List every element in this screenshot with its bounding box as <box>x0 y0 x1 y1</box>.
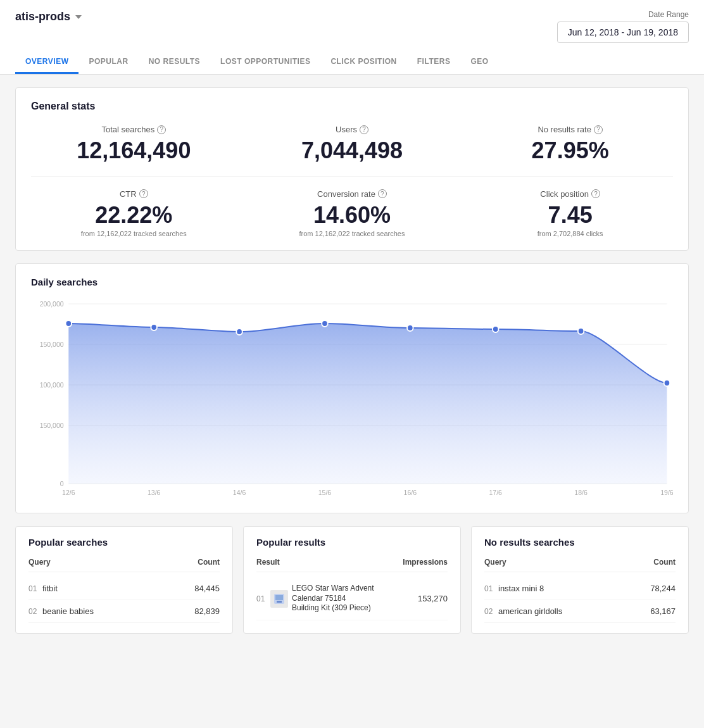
no-results-count-1: 78,244 <box>650 584 676 593</box>
popular-searches-col-count: Count <box>198 558 220 567</box>
stat-users: Users ? 7,044,498 <box>249 125 455 163</box>
svg-rect-20 <box>277 601 282 603</box>
popular-searches-title: Popular searches <box>28 537 220 548</box>
stat-no-results-rate-label: No results rate ? <box>467 125 673 134</box>
popular-results-impressions-1: 153,270 <box>418 594 448 603</box>
no-results-col-query: Query <box>484 558 506 567</box>
click-position-help-icon[interactable]: ? <box>591 189 600 198</box>
stat-click-position: Click position ? 7.45 from 2,702,884 cli… <box>467 189 673 238</box>
header: atis-prods Date Range Jun 12, 2018 - Jun… <box>0 0 704 75</box>
general-stats-card: General stats Total searches ? 12,164,49… <box>15 87 689 251</box>
no-results-rate-help-icon[interactable]: ? <box>594 125 603 134</box>
general-stats-title: General stats <box>31 101 673 112</box>
stat-total-searches: Total searches ? 12,164,490 <box>31 125 237 163</box>
stat-conversion-rate-sub: from 12,162,022 tracked searches <box>249 230 455 237</box>
chart-container: 200,000 150,000 100,000 150,000 0 <box>31 298 673 500</box>
popular-results-name-1: LEGO Star Wars Advent Calendar 75184 Bui… <box>292 584 374 613</box>
popular-searches-col-query: Query <box>28 558 51 567</box>
stat-ctr-value: 22.22% <box>31 203 237 228</box>
chart-dot-3 <box>322 320 328 327</box>
svg-text:15/6: 15/6 <box>318 489 331 496</box>
date-range-label: Date Range <box>557 10 689 19</box>
app-title[interactable]: atis-prods <box>15 10 82 23</box>
chart-svg: 200,000 150,000 100,000 150,000 0 <box>31 298 673 500</box>
popular-searches-query-2: beanie babies <box>42 606 94 616</box>
chart-dot-1 <box>151 324 157 330</box>
no-results-rank-2: 02 <box>484 607 494 616</box>
no-results-col-count: Count <box>653 558 676 567</box>
tab-geo[interactable]: GEO <box>460 51 498 74</box>
svg-text:100,000: 100,000 <box>40 381 64 389</box>
nav-tabs: OVERVIEW POPULAR NO RESULTS LOST OPPORTU… <box>15 51 689 74</box>
popular-searches-query-1: fitbit <box>42 584 58 593</box>
ctr-help-icon[interactable]: ? <box>139 189 148 198</box>
stats-row-1: Total searches ? 12,164,490 Users ? 7,04… <box>31 125 673 163</box>
chart-dot-0 <box>66 320 72 327</box>
popular-searches-card: Popular searches Query Count 01 fitbit 8… <box>15 526 233 634</box>
svg-text:17/6: 17/6 <box>489 489 501 496</box>
stat-ctr-sub: from 12,162,022 tracked searches <box>31 230 237 237</box>
tab-lost-opportunities[interactable]: LOST OPPORTUNITIES <box>210 51 320 74</box>
chart-dot-2 <box>236 329 242 335</box>
header-top: atis-prods Date Range Jun 12, 2018 - Jun… <box>15 10 689 43</box>
app-title-text: atis-prods <box>15 10 70 23</box>
chart-area <box>68 323 667 484</box>
no-results-searches-title: No results searches <box>484 537 676 548</box>
stats-divider <box>31 176 673 177</box>
bottom-grid: Popular searches Query Count 01 fitbit 8… <box>15 526 689 634</box>
date-range-section: Date Range Jun 12, 2018 - Jun 19, 2018 <box>557 10 689 43</box>
stat-conversion-rate-label: Conversion rate ? <box>249 189 455 199</box>
popular-searches-row-1: 01 fitbit 84,445 <box>28 577 220 600</box>
popular-results-col-result: Result <box>256 558 280 567</box>
product-thumbnail-1 <box>270 590 288 608</box>
app-dropdown-icon[interactable] <box>75 15 82 19</box>
stat-click-position-value: 7.45 <box>467 203 673 228</box>
no-results-row-1: 01 instax mini 8 78,244 <box>484 577 676 600</box>
tab-click-position[interactable]: CLICK POSITION <box>320 51 406 74</box>
popular-searches-rank-2: 02 <box>28 607 39 616</box>
popular-searches-row-2: 02 beanie babies 82,839 <box>28 600 220 623</box>
date-range-value[interactable]: Jun 12, 2018 - Jun 19, 2018 <box>557 22 689 43</box>
tab-popular[interactable]: POPULAR <box>79 51 138 74</box>
popular-searches-header: Query Count <box>28 558 220 572</box>
popular-searches-count-2: 82,839 <box>194 606 220 616</box>
no-results-searches-card: No results searches Query Count 01 insta… <box>471 526 689 634</box>
no-results-count-2: 63,167 <box>650 606 676 616</box>
main-content: General stats Total searches ? 12,164,49… <box>0 75 704 646</box>
svg-text:14/6: 14/6 <box>233 489 246 496</box>
stat-users-label: Users ? <box>249 125 455 134</box>
stat-click-position-sub: from 2,702,884 clicks <box>467 230 673 237</box>
stat-users-value: 7,044,498 <box>249 138 455 163</box>
total-searches-help-icon[interactable]: ? <box>157 125 166 134</box>
conversion-rate-help-icon[interactable]: ? <box>378 189 387 198</box>
stat-conversion-rate: Conversion rate ? 14.60% from 12,162,022… <box>249 189 455 238</box>
daily-searches-title: Daily searches <box>31 277 673 287</box>
chart-dot-5 <box>493 326 499 332</box>
svg-text:19/6: 19/6 <box>660 489 673 496</box>
no-results-searches-header: Query Count <box>484 558 676 572</box>
popular-results-col-impressions: Impressions <box>403 558 448 567</box>
tab-filters[interactable]: FILTERS <box>407 51 461 74</box>
popular-results-header: Result Impressions <box>256 558 448 572</box>
users-help-icon[interactable]: ? <box>360 125 368 134</box>
popular-results-title: Popular results <box>256 537 448 548</box>
popular-searches-rank-1: 01 <box>28 584 39 593</box>
stat-total-searches-label: Total searches ? <box>31 125 237 134</box>
stat-no-results-rate-value: 27.95% <box>467 138 673 163</box>
svg-text:16/6: 16/6 <box>404 489 417 496</box>
chart-dot-6 <box>578 328 584 334</box>
stat-conversion-rate-value: 14.60% <box>249 203 455 228</box>
svg-text:13/6: 13/6 <box>148 489 160 496</box>
svg-text:0: 0 <box>60 480 64 487</box>
svg-text:150,000: 150,000 <box>40 422 64 429</box>
tab-overview[interactable]: OVERVIEW <box>15 51 79 74</box>
popular-results-row-1: 01 LEGO Star Wars Advent Calendar 75184 … <box>256 577 448 620</box>
popular-results-card: Popular results Result Impressions 01 LE… <box>243 526 461 634</box>
stat-no-results-rate: No results rate ? 27.95% <box>467 125 673 163</box>
popular-searches-count-1: 84,445 <box>194 584 220 593</box>
no-results-row-2: 02 american girldolls 63,167 <box>484 600 676 623</box>
tab-no-results[interactable]: NO RESULTS <box>139 51 210 74</box>
popular-results-rank-1: 01 <box>256 594 267 603</box>
stats-row-2: CTR ? 22.22% from 12,162,022 tracked sea… <box>31 189 673 238</box>
stat-click-position-label: Click position ? <box>467 189 673 199</box>
